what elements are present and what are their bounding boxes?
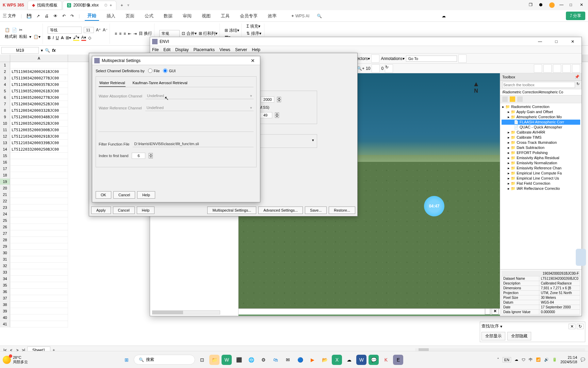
tree-item[interactable]: IAR Reflectance Correctio xyxy=(502,186,580,191)
row-header[interactable]: 24 xyxy=(0,211,10,217)
row-header[interactable]: 2 xyxy=(0,68,10,75)
align-center-icon[interactable]: ≡ xyxy=(119,31,121,36)
row-header[interactable]: 28 xyxy=(0,237,10,243)
strike-icon[interactable]: A̶ xyxy=(61,35,64,40)
ms-titlebar[interactable]: Multispectral Settings ✕ xyxy=(92,56,260,65)
print-icon[interactable]: 🖨 xyxy=(45,14,49,18)
tray-volume-icon[interactable]: 🔊 xyxy=(544,357,549,362)
filter-function-input[interactable]: D:\Harris\ENVI56\classic\filt_func\tm.sl… xyxy=(133,141,254,147)
tree-item[interactable]: Emissivity Reference Chan xyxy=(502,166,580,171)
menu-review[interactable]: 审阅 xyxy=(180,12,194,20)
cell[interactable] xyxy=(10,250,68,256)
cell[interactable] xyxy=(10,185,68,191)
row-header[interactable]: 20 xyxy=(0,185,10,191)
cell[interactable] xyxy=(10,224,68,230)
clear-format-icon[interactable]: ◇ xyxy=(88,35,91,40)
bold-icon[interactable]: B xyxy=(48,35,51,40)
menu-page[interactable]: 页面 xyxy=(123,12,137,20)
tree-item[interactable]: Radiometric Correction xyxy=(502,104,580,109)
cell[interactable] xyxy=(10,217,68,224)
hide-all-button[interactable]: 全部隐藏 xyxy=(507,332,531,340)
freeze-button[interactable]: ⊞ 冻结▾ xyxy=(225,28,239,33)
font-size-dropdown[interactable]: 11 xyxy=(84,27,94,33)
app-vlc-icon[interactable]: ▶ xyxy=(307,355,317,365)
app-wechat-icon[interactable]: W xyxy=(222,355,232,365)
row-header[interactable]: 37 xyxy=(0,295,10,302)
menu-display[interactable]: Display xyxy=(175,47,189,52)
row-header[interactable]: 12 xyxy=(0,133,10,140)
flaash-cancel-button[interactable]: Cancel xyxy=(113,206,135,214)
font-dropdown[interactable]: 等线 xyxy=(48,27,82,34)
cell[interactable] xyxy=(10,191,68,198)
copy-icon[interactable]: 📄 xyxy=(12,28,17,32)
tree-item[interactable]: Apply Gain and Offset xyxy=(502,109,580,114)
start-icon[interactable]: ⊞ xyxy=(121,355,132,365)
row-header[interactable]: 35 xyxy=(0,282,10,289)
cut-icon[interactable]: ✂ xyxy=(19,28,22,32)
advanced-settings-button[interactable]: Advanced Settings... xyxy=(258,206,303,214)
row-header[interactable]: 8 xyxy=(0,107,10,114)
ms-close-icon[interactable]: ✕ xyxy=(248,58,258,63)
search-icon[interactable]: 🔍 xyxy=(317,14,322,18)
cell[interactable] xyxy=(10,153,68,159)
second-spinner[interactable] xyxy=(259,112,272,118)
wps-ai-button[interactable]: ✦ WPS AI xyxy=(291,14,310,18)
row-header[interactable]: 36 xyxy=(0,289,10,295)
tree-item[interactable]: Calibrate AVHRR xyxy=(502,130,580,135)
row-header[interactable]: 31 xyxy=(0,256,10,263)
layer-h-scrollbar[interactable] xyxy=(152,310,220,315)
ms-cancel-button[interactable]: Cancel xyxy=(113,191,135,199)
row-header[interactable]: 19 xyxy=(0,179,10,185)
weather-widget[interactable]: 28°C 局部多云 xyxy=(3,355,28,364)
notification-icon[interactable]: 💬 xyxy=(581,357,585,362)
wps-tab-spreadsheet[interactable]: S 2000影像.xlsx ⊙ ● xyxy=(63,1,117,10)
ms-ok-button[interactable]: OK xyxy=(96,191,111,199)
merge-button[interactable]: ⊡ 合并▾ xyxy=(182,31,196,36)
fill-color-icon[interactable]: 🖍▾ xyxy=(73,35,79,41)
zoom-in-icon[interactable]: 🔍+ xyxy=(357,66,364,71)
cell[interactable]: LT51190352000261BJC00 xyxy=(10,88,68,94)
cell[interactable] xyxy=(10,308,68,315)
tree-item[interactable]: EFFORT Polishing xyxy=(502,150,580,155)
cell[interactable] xyxy=(10,315,68,321)
row-header[interactable]: 7 xyxy=(0,101,10,107)
menu-file[interactable]: File xyxy=(152,47,159,52)
app-mail-icon[interactable]: ✉ xyxy=(283,355,293,365)
app-wps-icon[interactable]: K xyxy=(381,355,391,365)
tree-item[interactable]: Empirical Line Correct Us xyxy=(502,176,580,181)
underline-icon[interactable]: U xyxy=(56,35,59,40)
sort-button[interactable]: ⇅ 排序▾ xyxy=(246,31,262,36)
cell[interactable] xyxy=(10,256,68,263)
row-header[interactable]: 6 xyxy=(0,94,10,101)
app-wechat2-icon[interactable]: 💬 xyxy=(369,355,379,365)
menu-views[interactable]: Views xyxy=(219,47,230,52)
export-icon[interactable]: ↗ xyxy=(36,14,40,18)
row-header[interactable]: 18 xyxy=(0,172,10,179)
envi-titlebar[interactable]: ENVI — □ ✕ xyxy=(150,37,582,46)
cell[interactable]: LT51210342000339BJC00 xyxy=(10,140,68,146)
water-absorption-dropdown[interactable]: Undefined xyxy=(146,93,254,99)
tray-wifi-icon[interactable]: 📶 xyxy=(536,357,541,362)
paste-label[interactable]: 粘贴 xyxy=(19,34,27,40)
cell[interactable] xyxy=(10,198,68,204)
toolbox-tree[interactable]: Radiometric CorrectionApply Gain and Off… xyxy=(500,103,582,269)
save-icon[interactable]: 💾 xyxy=(27,14,32,18)
row-header[interactable]: 41 xyxy=(0,321,10,327)
cell[interactable] xyxy=(10,243,68,250)
italic-icon[interactable]: I xyxy=(53,35,54,40)
tree-item[interactable]: Calibrate TIMS xyxy=(502,135,580,140)
app-edge-icon[interactable]: 🌐 xyxy=(246,355,256,365)
sec-spinner-buttons[interactable]: ▲▼ xyxy=(275,112,279,118)
cell[interactable] xyxy=(10,276,68,282)
tool-c-icon[interactable] xyxy=(553,64,561,73)
row-header[interactable]: 1 xyxy=(0,62,10,68)
cell[interactable]: LT51190342000277BJC00 xyxy=(10,75,68,81)
fx-label[interactable]: fx xyxy=(52,48,56,53)
toolbox-search-input[interactable] xyxy=(502,82,575,88)
flaash-restore-button[interactable]: Restore... xyxy=(329,206,355,214)
row-header[interactable]: 40 xyxy=(0,315,10,321)
row-header[interactable]: 21 xyxy=(0,191,10,198)
flaash-apply-button[interactable]: Apply xyxy=(91,206,111,214)
cell[interactable]: LT51200352000300BJC00 xyxy=(10,127,68,133)
row-header[interactable]: 27 xyxy=(0,230,10,237)
